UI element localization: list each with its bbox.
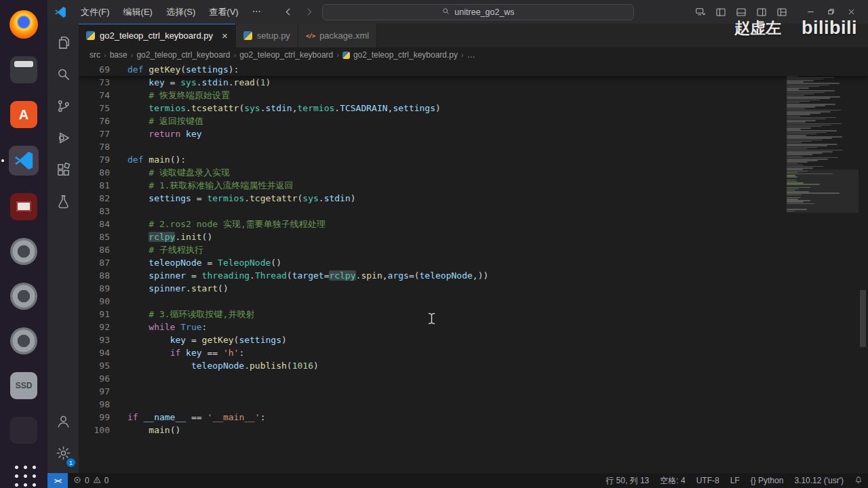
activitybar-explorer[interactable] [47,28,79,60]
sticky-scroll-line[interactable]: 69def getKey(settings): [79,63,868,76]
code-line[interactable]: 90 [79,295,868,308]
activitybar-testing[interactable] [47,187,79,219]
editor-tab[interactable]: go2_teleop_ctrl_keyboard.py× [79,24,236,47]
code-line[interactable]: 96 [79,372,868,385]
vertical-scrollbar[interactable] [860,290,866,347]
menu-文件[interactable]: 文件(F) [75,4,116,20]
line-number: 92 [79,321,110,333]
toggle-sidebar-icon[interactable] [712,4,730,20]
editor-tab[interactable]: </>package.xml [298,24,377,47]
dock-item-app-a[interactable]: A [9,101,39,128]
breadcrumb-item[interactable]: … [467,50,475,60]
activitybar-source-control[interactable] [47,92,79,123]
dock-item-media-app[interactable] [9,193,39,220]
search-icon [441,7,450,18]
code-line[interactable]: 69def getKey(settings): [79,63,868,76]
dock-item-firefox[interactable] [9,10,39,39]
eol[interactable]: LF [725,473,745,488]
code-line[interactable]: 78 [79,140,868,153]
minimap[interactable] [787,64,859,212]
restore-window-button[interactable] [821,3,841,21]
breadcrumb-item[interactable]: go2_teleop_ctrl_keyboard.py [342,50,458,60]
code-line[interactable]: 87 teleopNode = TeleopNode() [79,256,868,269]
code-line[interactable]: 82 settings = termios.tcgetattr(sys.stdi… [79,192,868,205]
dock-item-show-applications[interactable] [9,462,39,487]
display-dropdown-icon[interactable] [692,4,709,20]
close-window-button[interactable] [841,3,861,21]
cursor-position[interactable]: 行 50, 列 13 [600,473,654,488]
menu-编辑[interactable]: 编辑(E) [117,4,159,20]
breadcrumb[interactable]: src›base›go2_teleop_ctrl_keyboard›go2_te… [79,47,868,62]
menu-选择[interactable]: 选择(S) [160,4,201,20]
toggle-secondary-sidebar-icon[interactable] [753,4,770,20]
minimize-window-button[interactable] [800,3,821,21]
breadcrumb-label: go2_teleop_ctrl_keyboard.py [353,50,458,60]
code-line[interactable]: 85 rclpy.init() [79,230,868,243]
code-line[interactable]: 81 # 1.获取标准输入流终端属性并返回 [79,179,868,192]
dock-item-app-placeholder-3[interactable] [9,327,39,354]
code-line[interactable]: 76 # 返回按键值 [79,115,868,127]
forward-button[interactable] [302,5,315,19]
activitybar-run-debug[interactable] [47,123,79,155]
code-line[interactable]: 88 spinner = threading.Thread(target=rcl… [79,269,868,282]
breadcrumb-item[interactable]: go2_teleop_ctrl_keyboard [136,50,230,60]
code-line[interactable]: 86 # 子线程执行 [79,243,868,256]
minimap-line [787,180,795,181]
toggle-panel-icon[interactable] [732,4,750,20]
code-line[interactable]: 99if __name__ == '__main__': [79,411,868,424]
code-line[interactable]: 93 key = getKey(settings) [79,333,868,346]
activitybar-extensions[interactable] [47,155,79,187]
code-line[interactable]: 80 # 读取键盘录入实现 [79,166,868,179]
code-line[interactable]: 89 spinner.start() [79,282,868,295]
menu-查看[interactable]: 查看(V) [203,4,244,20]
editor-tab[interactable]: setup.py [236,24,298,47]
line-number: 74 [79,89,110,102]
code-line[interactable]: 75 termios.tcsetattr(sys.stdin,termios.T… [79,102,868,115]
code-line[interactable]: 79def main(): [79,153,868,166]
code-line[interactable]: 97 [79,385,868,398]
code-line[interactable]: 95 teleopNode.publish(1016) [79,359,868,372]
bell-icon [854,476,863,486]
breadcrumb-item[interactable]: go2_teleop_ctrl_keyboard [239,50,333,60]
run-debug-icon [56,130,71,148]
language-mode[interactable]: {} Python [745,473,789,488]
minimap-line [787,171,808,172]
dock-item-app-placeholder-4[interactable] [9,417,39,444]
dock-item-vscode[interactable] [9,146,39,176]
dock-item-ssd-disk[interactable]: SSD [9,372,39,399]
command-center-search[interactable]: unitree_go2_ws [322,4,634,20]
dock-item-app-placeholder-1[interactable] [9,238,39,265]
minimap-line [787,148,807,150]
breadcrumb-item[interactable]: src [90,50,100,60]
code-line[interactable]: 74 # 恢复终端原始设置 [79,89,868,102]
problems-indicator[interactable]: 0 0 [68,473,114,488]
activitybar-search[interactable] [47,60,79,92]
remote-indicator[interactable]: >< [47,473,68,488]
python-interpreter[interactable]: 3.10.12 ('usr') [789,473,849,488]
tab-close-icon[interactable]: × [222,30,228,41]
code-line[interactable]: 98 [79,398,868,411]
back-button[interactable] [281,5,295,19]
code-line[interactable]: 84 # 2.ros2 node 实现,需要单独子线程处理 [79,218,868,230]
line-number: 75 [79,102,110,115]
activitybar-account[interactable] [47,407,79,439]
activitybar-settings[interactable]: 1 [47,439,79,470]
code-line[interactable]: 91 # 3.循环读取按键,并映射 [79,308,868,321]
dock-item-files-app[interactable] [9,56,39,83]
code-editor[interactable]: 69def getKey(settings): 73 key = sys.std… [79,62,868,473]
notifications-bell[interactable] [849,473,868,488]
dock-item-app-placeholder-2[interactable] [9,283,39,310]
encoding[interactable]: UTF-8 [691,473,725,488]
code-line[interactable]: 83 [79,205,868,218]
code-line[interactable]: 92 while True: [79,321,868,333]
line-number: 96 [79,372,110,385]
code-line[interactable]: 73 key = sys.stdin.read(1) [79,76,868,89]
code-line[interactable]: 100 main() [79,424,868,436]
code-line[interactable]: 94 if key == 'h': [79,346,868,359]
indentation[interactable]: 空格: 4 [654,473,690,488]
minimap-line [787,98,830,99]
breadcrumb-item[interactable]: base [110,50,127,60]
menu-more[interactable]: ⋯ [246,4,267,20]
code-line[interactable]: 77 return key [79,127,868,140]
customize-layout-icon[interactable] [773,4,791,20]
